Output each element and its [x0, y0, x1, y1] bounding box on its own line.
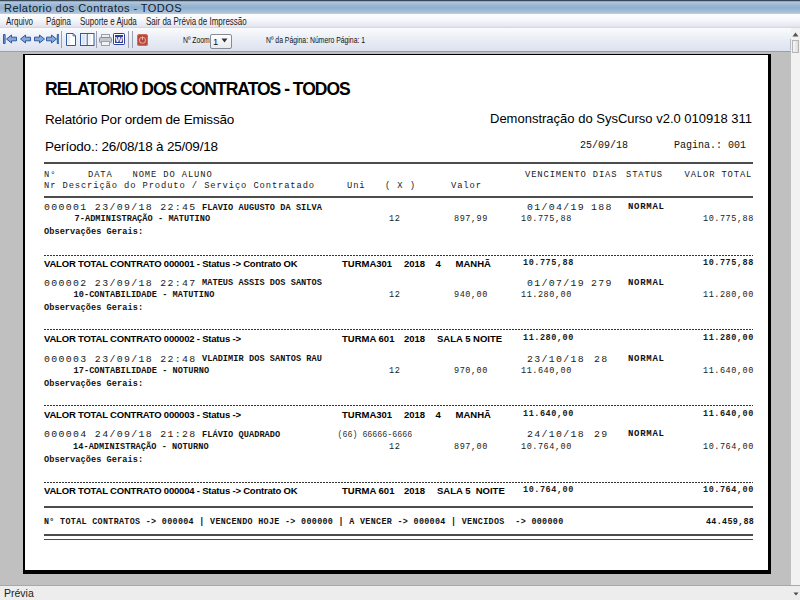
svg-text:W: W: [115, 35, 123, 44]
